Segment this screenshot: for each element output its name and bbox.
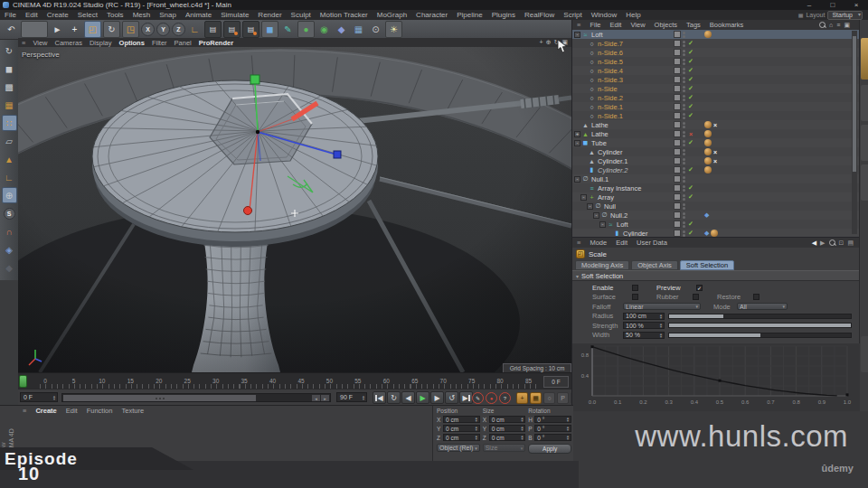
volume-icon[interactable]: ◆	[334, 22, 349, 37]
layer-chip[interactable]	[674, 40, 681, 47]
preview-checkbox[interactable]: ✓	[696, 285, 703, 291]
zoom-icon[interactable]: ⊕	[546, 39, 552, 46]
texture-mode-icon[interactable]: ▩	[2, 79, 17, 95]
enable-check[interactable]: ✓	[687, 184, 694, 192]
visibility-dots[interactable]	[683, 68, 685, 74]
dock-tab[interactable]	[861, 336, 868, 372]
object-name[interactable]: n-Side	[598, 85, 618, 93]
stepper-icon[interactable]: ▲▼	[520, 435, 524, 440]
om-burger-icon[interactable]: ≡	[572, 21, 585, 29]
tab-modeling-axis[interactable]: Modeling Axis	[575, 260, 629, 270]
scale-tool-icon[interactable]: ◰	[84, 21, 101, 38]
layer-chip[interactable]	[674, 121, 681, 128]
menu-character[interactable]: Character	[411, 11, 452, 19]
live-selection-icon[interactable]: ►	[50, 22, 65, 37]
object-name[interactable]: Lathe	[591, 121, 609, 129]
lock-y-icon[interactable]: Y	[156, 23, 170, 36]
coord-field[interactable]: 0 cm▲▼	[489, 434, 526, 441]
axis-mode-icon[interactable]: ∟	[2, 169, 17, 185]
menu-create[interactable]: Create	[42, 11, 73, 19]
record-keyframe-button[interactable]: ✎	[472, 392, 484, 404]
surface-checkbox[interactable]	[632, 294, 638, 300]
stepper-icon[interactable]: ▲▼	[566, 417, 571, 422]
lock-icon[interactable]: ⊡	[839, 239, 844, 247]
object-name[interactable]: n-Side.1	[598, 103, 623, 111]
dock-tab[interactable]	[861, 125, 868, 161]
visibility-dots[interactable]	[683, 194, 685, 201]
viewport-menu-prorender[interactable]: ProRender	[195, 39, 237, 47]
tab-soft-selection[interactable]: Soft Selection	[680, 260, 734, 270]
viewport-burger-icon[interactable]: ≡	[18, 39, 29, 47]
timeline-ruler[interactable]: 051015202530354045505560657075808590 0 F	[18, 372, 571, 389]
stepper-icon[interactable]: ▲▼	[566, 435, 571, 440]
close-button[interactable]: ×	[844, 1, 868, 9]
object-row[interactable]: ▲Lathe×	[572, 120, 859, 129]
am-menu-user-data[interactable]: User Data	[632, 239, 672, 247]
menu-tools[interactable]: Tools	[102, 11, 128, 19]
object-name[interactable]: Loft	[591, 31, 603, 39]
coord-field[interactable]: 0 cm▲▼	[489, 416, 526, 423]
layer-chip[interactable]	[674, 193, 681, 201]
object-name[interactable]: Cylinder	[598, 148, 623, 156]
phong-tag-icon[interactable]	[704, 31, 712, 38]
paint-tag-icon[interactable]: ◆	[704, 230, 709, 237]
timeline-playhead[interactable]	[19, 375, 27, 388]
visibility-dots[interactable]	[683, 176, 685, 183]
layer-chip[interactable]	[674, 211, 681, 219]
expand-toggle-icon[interactable]: -	[599, 221, 606, 228]
stepper-icon[interactable]: ▲▼	[475, 417, 479, 422]
coordinate-system-icon[interactable]: ∟	[187, 22, 203, 37]
enable-check[interactable]: ✓	[687, 94, 694, 101]
phong-tag-icon[interactable]	[704, 121, 712, 128]
coord-field[interactable]: 0 cm▲▼	[443, 416, 480, 423]
layer-chip[interactable]	[674, 85, 681, 92]
object-row[interactable]: ○n-Side.3✓	[572, 75, 859, 84]
material-menu-texture[interactable]: Texture	[117, 407, 148, 415]
menu-help[interactable]: Help	[621, 11, 645, 19]
lock-z-icon[interactable]: Z	[172, 23, 185, 36]
enable-check[interactable]: ✓	[687, 58, 694, 65]
expand-toggle-icon[interactable]: -	[593, 212, 599, 219]
menu-mesh[interactable]: Mesh	[128, 11, 156, 19]
menu-motion-tracker[interactable]: Motion Tracker	[316, 11, 373, 19]
mouse-icon[interactable]: ⊕	[2, 187, 17, 203]
magnet-snap-icon[interactable]: ∩	[2, 223, 17, 239]
object-name[interactable]: n-Side.6	[598, 49, 623, 57]
stepper-icon[interactable]: ▲▼	[475, 435, 479, 440]
menu-animate[interactable]: Animate	[181, 11, 216, 19]
menu-simulate[interactable]: Simulate	[216, 11, 253, 19]
stepper-icon[interactable]: ▲▼	[520, 426, 524, 431]
object-row[interactable]: ▲Cylinder.1×	[572, 156, 859, 165]
enable-check[interactable]: ✓	[687, 85, 694, 92]
current-frame-field[interactable]: 0 F▲▼	[20, 392, 58, 402]
visibility-dots[interactable]	[683, 50, 685, 56]
menu-window[interactable]: Window	[587, 11, 621, 19]
visibility-dots[interactable]	[683, 230, 685, 237]
layer-chip[interactable]	[674, 112, 681, 119]
pan-icon[interactable]: +	[540, 39, 543, 46]
menu-sculpt[interactable]: Sculpt	[287, 11, 316, 19]
tab-object-axis[interactable]: Object Axis	[631, 260, 678, 270]
light-icon[interactable]: ☀	[385, 21, 402, 38]
menu-file[interactable]: File	[0, 11, 21, 19]
make-editable-icon[interactable]: ↻	[2, 42, 17, 59]
visibility-dots[interactable]	[683, 113, 685, 119]
object-row[interactable]: -∅Null.1	[572, 174, 859, 183]
expand-toggle-icon[interactable]: -	[574, 32, 580, 38]
filter-icon[interactable]: ≡	[836, 22, 840, 28]
phong-tag-icon[interactable]	[704, 148, 712, 155]
object-row[interactable]: ○n-Side.1✓	[572, 102, 859, 111]
object-name[interactable]: Loft	[617, 221, 628, 229]
visibility-dots[interactable]	[683, 131, 685, 137]
autokeying-button[interactable]: ●	[486, 392, 497, 404]
visibility-dots[interactable]	[683, 41, 685, 47]
coord-field[interactable]: 0 cm▲▼	[489, 425, 526, 432]
polygons-mode-icon[interactable]: ▲	[2, 151, 17, 167]
om-menu-objects[interactable]: Objects	[650, 21, 682, 29]
object-name[interactable]: Cylinder	[623, 230, 648, 238]
am-panel-icon[interactable]: ▤	[847, 239, 854, 247]
layer-chip[interactable]	[674, 221, 681, 228]
loop-mode-button[interactable]: ↻	[387, 391, 401, 404]
panel-icon[interactable]: ▣	[844, 22, 850, 29]
layer-chip[interactable]	[674, 31, 681, 38]
